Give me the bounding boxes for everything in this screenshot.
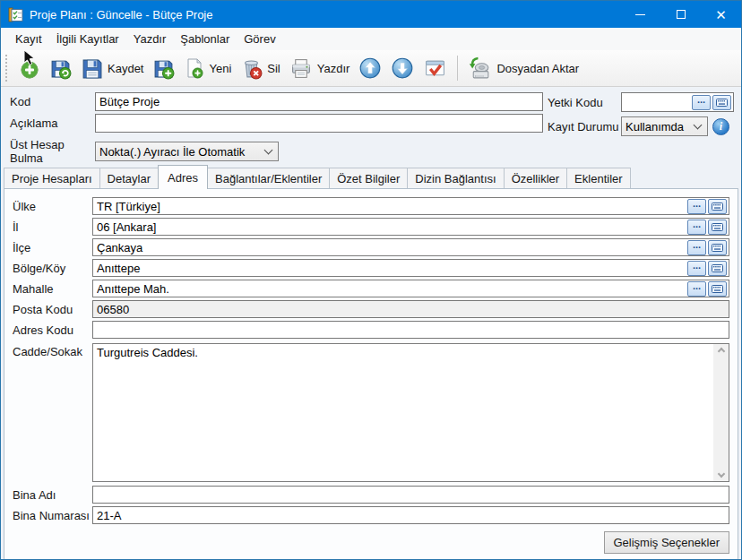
yetki-kodu-keyboard-button[interactable] xyxy=(712,95,731,110)
record-header-form: Kod Açıklama Üst Hesap Bulma Nokta(.) Ay… xyxy=(1,87,741,163)
print-icon xyxy=(289,57,313,80)
mahalle-field: ... xyxy=(92,280,729,297)
minimize-icon xyxy=(635,14,645,15)
il-input[interactable] xyxy=(93,220,687,234)
menu-sablonlar[interactable]: Şablonlar xyxy=(173,30,237,48)
tab-strip: Proje Hesapları Detaylar Adres Bağlantıl… xyxy=(1,163,741,188)
il-keyboard-button[interactable] xyxy=(708,220,727,235)
toolbar-grip[interactable] xyxy=(4,55,9,82)
advanced-options-button[interactable]: Gelişmiş Seçenekler xyxy=(604,531,730,554)
maximize-button[interactable] xyxy=(660,1,701,28)
tab-baglantilar-eklentiler[interactable]: Bağlantılar/Eklentiler xyxy=(207,168,330,188)
bolge-koy-field: ... xyxy=(92,259,729,277)
save-button[interactable]: Kaydet xyxy=(76,55,148,82)
menu-gorev[interactable]: Görev xyxy=(237,30,282,48)
tab-dizin-baglantisi[interactable]: Dizin Bağlantısı xyxy=(407,168,504,188)
cadde-sokak-label: Cadde/Sokak xyxy=(13,343,92,358)
menu-ilgili-kayitlar[interactable]: İlgili Kayıtlar xyxy=(49,30,126,48)
move-up-button[interactable] xyxy=(354,54,386,82)
bina-adi-label: Bina Adı xyxy=(13,488,92,502)
yetki-kodu-input[interactable] xyxy=(622,96,692,109)
yetki-kodu-lookup-button[interactable]: ... xyxy=(692,95,711,110)
tab-ozet-bilgiler[interactable]: Özet Bilgiler xyxy=(329,168,408,188)
keyboard-icon xyxy=(712,202,723,211)
tab-eklentiler[interactable]: Eklentiler xyxy=(566,168,630,188)
window-title: Proje Planı : Güncelle - Bütçe Proje xyxy=(30,8,620,22)
ulke-input[interactable] xyxy=(93,200,687,213)
bolge-koy-keyboard-button[interactable] xyxy=(708,261,727,276)
tab-adres[interactable]: Adres xyxy=(158,165,208,189)
kayit-durumu-label: Kayıt Durumu xyxy=(548,120,621,134)
menu-yazdir[interactable]: Yazdır xyxy=(126,30,174,48)
approve-button[interactable] xyxy=(418,55,452,82)
il-field: ... xyxy=(92,218,729,236)
aciklama-input[interactable] xyxy=(95,114,543,133)
add-record-button[interactable] xyxy=(14,55,45,82)
save-new-button[interactable] xyxy=(148,55,179,82)
save-refresh-button[interactable] xyxy=(45,55,76,82)
ilce-lookup-button[interactable]: ... xyxy=(687,240,706,255)
maximize-icon xyxy=(677,10,686,19)
adres-kodu-label: Adres Kodu xyxy=(13,323,92,337)
scroll-down-icon[interactable] xyxy=(717,470,724,478)
import-from-file-button[interactable]: Dosyadan Aktar xyxy=(463,54,583,83)
delete-button-label: Sil xyxy=(267,62,280,75)
approve-icon xyxy=(423,57,447,80)
ilce-keyboard-button[interactable] xyxy=(708,240,727,255)
bina-numarasi-input[interactable] xyxy=(92,506,729,524)
new-icon xyxy=(184,57,204,79)
menu-kayit[interactable]: Kayıt xyxy=(8,30,49,48)
close-icon: ✕ xyxy=(715,8,727,22)
toolbar-separator xyxy=(457,56,458,81)
ulke-field: ... xyxy=(92,197,729,215)
adres-tab-panel: Ülke ... İl ... xyxy=(4,188,738,560)
import-icon xyxy=(468,56,492,81)
tab-ozellikler[interactable]: Özellikler xyxy=(504,168,567,188)
mahalle-input[interactable] xyxy=(93,282,687,296)
move-down-button[interactable] xyxy=(386,54,418,82)
info-icon[interactable]: i xyxy=(712,118,729,135)
delete-button[interactable]: Sil xyxy=(236,55,284,82)
new-button-label: Yeni xyxy=(209,62,231,75)
vertical-scrollbar[interactable] xyxy=(713,344,729,481)
add-icon xyxy=(19,57,40,79)
bolge-koy-lookup-button[interactable]: ... xyxy=(687,261,706,276)
aciklama-label: Açıklama xyxy=(10,116,95,130)
ilce-input[interactable] xyxy=(93,241,687,254)
bina-adi-input[interactable] xyxy=(92,486,729,504)
down-icon xyxy=(391,56,414,80)
posta-kodu-input[interactable] xyxy=(92,300,729,318)
mahalle-lookup-button[interactable]: ... xyxy=(687,281,706,297)
cadde-sokak-textarea[interactable]: Turgutreis Caddesi. xyxy=(93,344,713,481)
mahalle-keyboard-button[interactable] xyxy=(708,281,727,297)
ulke-lookup-button[interactable]: ... xyxy=(687,199,706,214)
ilce-field: ... xyxy=(92,238,729,256)
bolge-koy-input[interactable] xyxy=(93,262,687,275)
ulke-label: Ülke xyxy=(13,200,92,213)
app-window: Proje Planı : Güncelle - Bütçe Proje ✕ K… xyxy=(0,0,742,560)
save-icon xyxy=(81,57,103,80)
ust-hesap-bulma-label: Üst Hesap Bulma xyxy=(10,138,95,165)
minimize-button[interactable] xyxy=(620,1,660,28)
print-button[interactable]: Yazdır xyxy=(285,55,355,82)
save-button-label: Kaydet xyxy=(108,62,143,75)
posta-kodu-label: Posta Kodu xyxy=(13,303,92,316)
kod-label: Kod xyxy=(10,95,95,108)
scroll-up-icon[interactable] xyxy=(717,348,724,355)
kayit-durumu-combobox[interactable]: Kullanımda xyxy=(621,116,708,136)
kayit-durumu-value: Kullanımda xyxy=(626,120,689,134)
close-button[interactable]: ✕ xyxy=(701,1,741,28)
keyboard-icon xyxy=(712,285,723,293)
tab-detaylar[interactable]: Detaylar xyxy=(99,168,159,188)
ulke-keyboard-button[interactable] xyxy=(708,199,727,214)
new-record-button[interactable]: Yeni xyxy=(179,55,236,82)
yetki-kodu-label: Yetki Kodu xyxy=(548,96,621,109)
ust-hesap-bulma-combobox[interactable]: Nokta(.) Ayıracı İle Otomatik xyxy=(95,142,279,161)
ilce-label: İlçe xyxy=(13,241,92,254)
menu-bar: Kayıt İlgili Kayıtlar Yazdır Şablonlar G… xyxy=(1,28,741,50)
adres-kodu-input[interactable] xyxy=(92,321,729,339)
tab-proje-hesaplari[interactable]: Proje Hesapları xyxy=(4,168,100,188)
kod-input[interactable] xyxy=(95,92,543,111)
il-lookup-button[interactable]: ... xyxy=(687,220,706,235)
keyboard-icon xyxy=(712,264,723,272)
